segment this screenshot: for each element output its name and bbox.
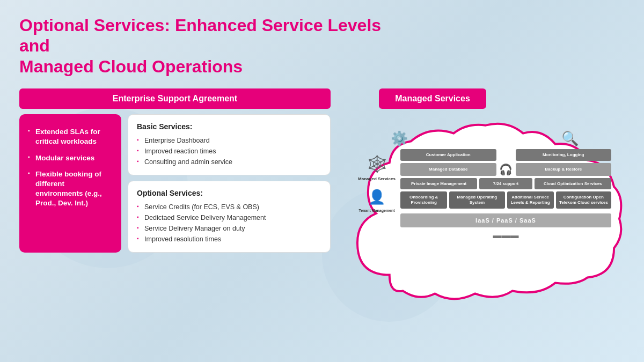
esa-header: Enterprise Support Agreement (19, 88, 331, 109)
optional-item-4: Improved resolution times (137, 234, 321, 245)
monitoring-cell: Monitoring, Logging (516, 149, 612, 161)
basic-services-box: Basic Services: Enterprise Dashboard Imp… (128, 114, 331, 175)
person-icon: 👤 (368, 189, 385, 205)
server-icon: ▬▬▬ (400, 231, 611, 240)
cloud-wrapper: ⚙️ 🔍 🕸️ Managed Services (347, 114, 625, 318)
gear-hand-icon: ⚙️ (391, 130, 408, 147)
tenant-mgmt-label: Tenant Management (358, 209, 394, 212)
grid-row-3: Private Image Management 7/24 support Cl… (400, 178, 611, 190)
backup-cell: Backup & Restore (516, 163, 612, 176)
esa-bullet-2: Modular services (28, 150, 113, 166)
optional-services-title: Optional Services: (137, 189, 321, 197)
support-24-cell: 7/24 support (479, 178, 532, 190)
esa-panel: Enterprise Support Agreement Extended SL… (19, 88, 331, 253)
content-area: Enterprise Support Agreement Extended SL… (19, 88, 625, 318)
managed-db-cell: Managed Database (400, 163, 496, 176)
private-image-cell: Private Image Management (400, 178, 477, 190)
grid-row-1: Customer Application Monitoring, Logging (400, 149, 611, 161)
grid-row-4: Onboarding & Provisioning Managed Operat… (400, 191, 611, 208)
config-otc-cell: Configuration Open Telekom Cloud service… (556, 191, 611, 208)
page-container: Optional Services: Enhanced Service Leve… (0, 0, 644, 333)
esa-body: Extended SLAs for critical workloads Mod… (19, 114, 331, 253)
esa-bullet-3: Flexible booking of different environmen… (28, 166, 113, 212)
optional-services-box: Optional Services: Service Credits (for … (128, 181, 331, 253)
top-icons-row: ⚙️ 🔍 (357, 130, 611, 147)
managed-panel: Managed Services ⚙️ 🔍 (347, 88, 625, 318)
basic-item-3: Consulting and admin service (137, 157, 321, 167)
basic-item-1: Enterprise Dashboard (137, 135, 321, 146)
cloud-content: ⚙️ 🔍 🕸️ Managed Services (347, 114, 625, 253)
customer-app-icon-item: ⚙️ (391, 130, 408, 147)
main-grid-area: 🕸️ Managed Services 👤 Tenant Management … (357, 149, 611, 240)
basic-item-2: Improved reaction times (137, 146, 321, 157)
left-managed-label: Managed Services (358, 176, 396, 181)
grid-row-2: Managed Database 🎧 Backup & Restore (400, 163, 611, 176)
esa-bullets-box: Extended SLAs for critical workloads Mod… (19, 114, 121, 253)
optional-item-3: Service Delivery Manager on duty (137, 223, 321, 234)
support-icon: 🎧 (499, 163, 514, 176)
network-icon: 🕸️ (367, 154, 387, 173)
optional-item-2: Dedictaed Service Delivery Management (137, 212, 321, 223)
esa-bullets-list: Extended SLAs for critical workloads Mod… (28, 124, 113, 212)
customer-app-cell: Customer Application (400, 149, 496, 161)
esa-bullet-1: Extended SLAs for critical workloads (28, 124, 113, 150)
services-boxes: Basic Services: Enterprise Dashboard Imp… (128, 114, 331, 253)
iaas-bar: IaaS / PaaS / SaaS (400, 213, 611, 227)
optional-item-1: Service Credits (for ECS, EVS & OBS) (137, 202, 321, 212)
onboarding-cell: Onboarding & Provisioning (400, 191, 447, 208)
page-title: Optional Services: Enhanced Service Leve… (19, 15, 395, 77)
managed-os-cell: Managed Operating System (449, 191, 504, 208)
basic-services-list: Enterprise Dashboard Improved reaction t… (137, 135, 321, 167)
monitor-icon: 🔍 (561, 130, 579, 147)
optional-services-list: Service Credits (for ECS, EVS & OBS) Ded… (137, 202, 321, 245)
cloud-opt-cell: Cloud Optimization Services (535, 178, 611, 190)
additional-sla-cell: Additional Service Levels & Reporting (507, 191, 554, 208)
monitor-icon-item: 🔍 (561, 130, 579, 147)
left-icon-col: 🕸️ Managed Services 👤 Tenant Management (357, 149, 396, 212)
managed-header: Managed Services (379, 88, 486, 109)
basic-services-title: Basic Services: (137, 122, 321, 131)
services-grid: Customer Application Monitoring, Logging… (400, 149, 611, 240)
